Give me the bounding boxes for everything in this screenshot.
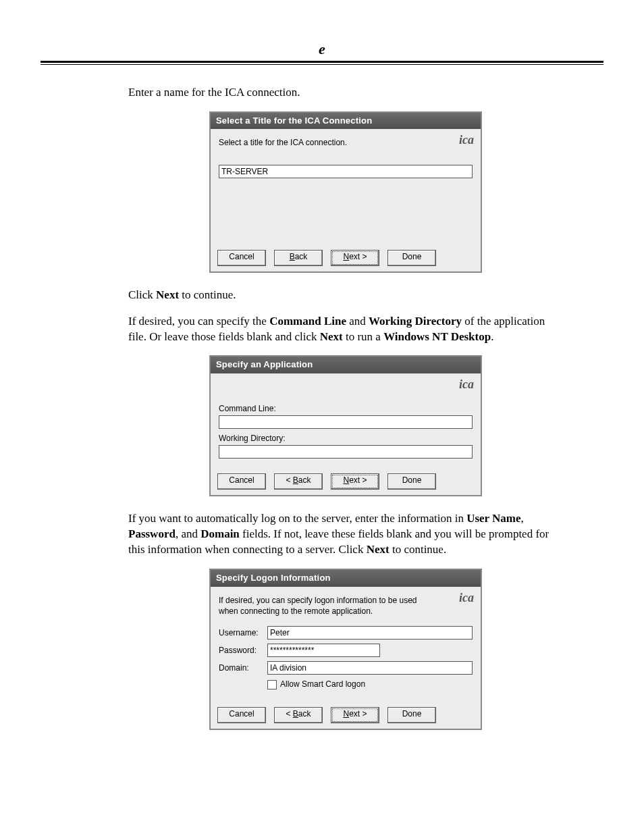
command-line-label: Command Line: — [219, 403, 473, 414]
dialog-specify-logon: Specify Logon Information ica If desired… — [209, 569, 482, 730]
dialog-instruction: Select a title for the ICA connection. — [219, 137, 428, 148]
t: to continue. — [390, 543, 447, 556]
pw-bold: Password — [128, 527, 176, 540]
header-rule — [41, 61, 603, 65]
done-button[interactable]: Done — [387, 473, 436, 490]
t: If desired, you can specify the — [128, 315, 269, 328]
working-directory-label: Working Directory: — [219, 433, 473, 444]
password-label: Password: — [219, 645, 267, 656]
t: to continue. — [179, 288, 236, 301]
back-button[interactable]: Back — [274, 250, 323, 266]
t: Click — [128, 288, 156, 301]
t: , — [521, 512, 524, 525]
dialog-title: Specify an Application — [211, 357, 481, 373]
command-line-input[interactable] — [219, 415, 473, 429]
dialog-title: Select a Title for the ICA Connection — [211, 113, 481, 130]
back-button[interactable]: < Back — [274, 707, 323, 723]
ica-logo-icon: ica — [459, 590, 474, 606]
dialog-specify-application: Specify an Application ica Command Line:… — [209, 355, 482, 496]
specify-app-paragraph: If desired, you can specify the Command … — [128, 314, 563, 345]
t: and — [346, 315, 369, 328]
t: If you want to automatically log on to t… — [128, 512, 466, 525]
t: to run a — [343, 330, 383, 343]
logon-paragraph: If you want to automatically log on to t… — [128, 511, 563, 558]
next-bold: Next — [156, 288, 179, 301]
smartcard-row: Allow Smart Card logon — [219, 679, 473, 689]
back-button[interactable]: < Back — [274, 473, 323, 490]
connection-title-input[interactable] — [219, 165, 473, 178]
password-input[interactable] — [267, 644, 380, 657]
cl-bold: Command Line — [269, 315, 346, 328]
done-button[interactable]: Done — [387, 250, 436, 266]
domain-row: Domain: — [219, 661, 473, 675]
ica-logo-icon: ica — [459, 132, 474, 148]
cancel-button[interactable]: Cancel — [217, 707, 266, 723]
smartcard-checkbox[interactable] — [267, 680, 277, 689]
next-button[interactable]: Next > — [331, 473, 379, 490]
intro-paragraph-1: Enter a name for the ICA connection. — [128, 85, 563, 101]
working-directory-input[interactable] — [219, 445, 473, 459]
dialog-button-row: Cancel Back Next > Done — [211, 246, 481, 271]
dialog-button-row: Cancel < Back Next > Done — [211, 703, 481, 729]
dialog-instruction: If desired, you can specify logon inform… — [219, 595, 428, 617]
password-row: Password: — [219, 644, 473, 657]
username-input[interactable] — [267, 626, 473, 640]
username-row: Username: — [219, 626, 473, 640]
cancel-button[interactable]: Cancel — [217, 473, 266, 490]
domain-input[interactable] — [267, 661, 473, 675]
t: , and — [176, 527, 200, 540]
ica-logo-icon: ica — [459, 376, 474, 392]
dialog-title: Specify Logon Information — [211, 570, 481, 587]
dialog-select-title: Select a Title for the ICA Connection ic… — [209, 111, 482, 273]
click-next-paragraph: Click Next to continue. — [128, 288, 563, 303]
next-button[interactable]: Next > — [331, 250, 379, 266]
domain-label: Domain: — [219, 662, 267, 673]
un-bold: User Name — [466, 512, 520, 525]
wd-bold: Working Directory — [369, 315, 462, 328]
cancel-button[interactable]: Cancel — [217, 250, 266, 266]
t: . — [491, 330, 493, 343]
dialog-button-row: Cancel < Back Next > Done — [211, 469, 481, 495]
wnt-bold: Windows NT Desktop — [383, 330, 491, 343]
done-button[interactable]: Done — [387, 707, 436, 723]
dm-bold: Domain — [200, 527, 240, 540]
page-content: Enter a name for the ICA connection. Sel… — [128, 85, 563, 730]
next-bold: Next — [320, 330, 343, 343]
smartcard-label: Allow Smart Card logon — [280, 679, 365, 689]
page-header-e: e — [41, 41, 603, 58]
next-button[interactable]: Next > — [331, 707, 379, 723]
next-bold: Next — [367, 543, 390, 556]
username-label: Username: — [219, 627, 267, 638]
